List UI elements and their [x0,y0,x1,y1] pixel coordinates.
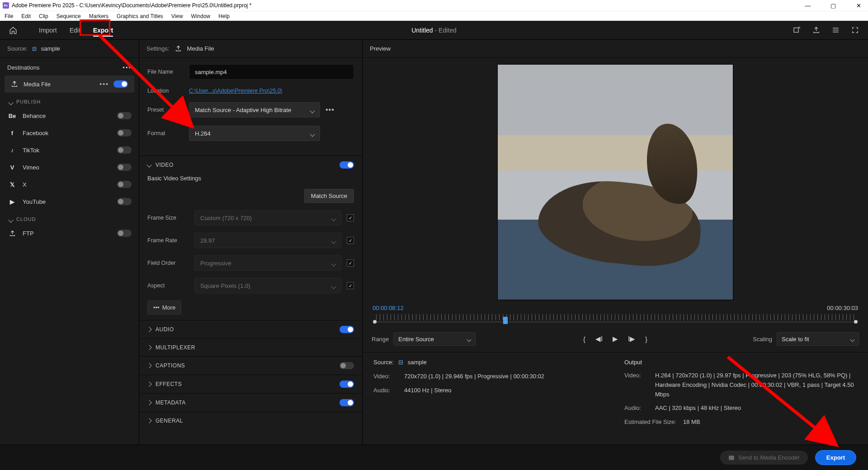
fieldorder-match-checkbox[interactable]: ✓ [347,259,354,267]
export-button[interactable]: Export [815,450,856,465]
app-icon: Pr [3,2,9,9]
captions-accordion-header[interactable]: CAPTIONS [147,362,354,369]
behance-toggle[interactable] [117,112,132,119]
workspace-nav: Import Edit Export Untitled - Edited [0,21,868,40]
filename-input[interactable]: sample.mp4 [189,64,354,80]
minimize-icon[interactable]: — [801,2,815,9]
out-point-handle[interactable] [854,320,858,324]
facebook-toggle[interactable] [117,129,132,136]
destination-media-file[interactable]: Media File ••• [5,75,134,93]
video-toggle[interactable] [340,161,354,169]
menu-edit[interactable]: Edit [21,13,31,19]
destination-tiktok[interactable]: ♪TikTok [0,141,139,159]
general-accordion-header[interactable]: GENERAL [147,418,354,424]
destination-vimeo[interactable]: VVimeo [0,159,139,176]
chevron-right-icon [146,418,151,423]
step-forward-icon[interactable]: Ⅰ▶ [628,335,635,343]
match-source-button[interactable]: Match Source [304,189,354,203]
tiktok-icon: ♪ [7,147,17,154]
publish-section[interactable]: PUBLISH [0,93,139,107]
location-link[interactable]: C:\User...s\Adobe\Premiere Pro\25.0\ [189,88,282,94]
framerate-match-checkbox[interactable]: ✓ [347,237,354,244]
maximize-icon[interactable]: ▢ [826,2,840,9]
destination-youtube[interactable]: ▶YouTube [0,193,139,210]
playhead[interactable] [503,317,508,324]
audio-toggle[interactable] [340,326,354,333]
x-icon: 𝕏 [7,181,17,188]
media-file-toggle[interactable] [113,80,128,88]
step-back-icon[interactable]: ◀Ⅰ [595,335,603,343]
framesize-match-checkbox[interactable]: ✓ [347,214,354,221]
x-toggle[interactable] [117,181,132,188]
current-timecode[interactable]: 00:00:08:12 [373,305,404,311]
framerate-select[interactable]: 29.97 [194,233,341,248]
window-titlebar: Pr Adobe Premiere Pro 2025 - C:\Users\Ke… [0,0,868,11]
destination-behance[interactable]: BeBehance [0,107,139,124]
menu-view[interactable]: View [171,13,183,19]
cloud-section[interactable]: CLOUD [0,210,139,225]
in-point-handle[interactable] [373,320,377,324]
timeline-icon: ⊟ [398,359,403,366]
video-more-button[interactable]: •••More [147,301,181,315]
youtube-toggle[interactable] [117,198,132,205]
fieldorder-select[interactable]: Progressive [194,255,341,271]
upload-icon[interactable] [812,26,820,34]
settings-header: Settings: Media File [139,40,362,58]
timeline-icon: ⊟ [32,46,37,52]
play-icon[interactable]: ▶ [613,335,618,343]
preset-more-icon[interactable]: ••• [326,106,335,114]
framesize-select[interactable]: Custom (720 x 720) [194,210,341,226]
close-icon[interactable]: ✕ [852,2,865,9]
preview-header: Preview [363,40,868,58]
metadata-toggle[interactable] [340,399,354,406]
window-title: Adobe Premiere Pro 2025 - C:\Users\Kevin… [12,2,251,9]
destination-ftp[interactable]: FTP [0,225,139,242]
media-encoder-icon [728,455,735,461]
send-to-media-encoder-button[interactable]: Send to Media Encoder [720,451,808,465]
chevron-right-icon [146,327,151,332]
menu-clip[interactable]: Clip [39,13,48,19]
footer-bar: Send to Media Encoder Export [0,445,868,470]
more-icon[interactable]: ••• [99,80,109,88]
captions-toggle[interactable] [340,362,354,369]
format-select[interactable]: H.264 [189,126,320,141]
tiktok-toggle[interactable] [117,146,132,154]
destination-facebook[interactable]: fFacebook [0,124,139,141]
svg-rect-0 [794,28,798,33]
effects-toggle[interactable] [340,381,354,388]
multiplexer-accordion-header[interactable]: MULTIPLEXER [147,344,354,351]
source-name: sample [41,45,60,52]
preview-canvas[interactable] [497,64,733,300]
workspace-icon[interactable] [832,26,840,34]
effects-accordion-header[interactable]: EFFECTS [147,381,354,388]
menu-window[interactable]: Window [191,13,211,19]
menu-file[interactable]: File [5,13,13,19]
duration-timecode: 00:00:30:03 [827,305,858,311]
video-accordion-header[interactable]: VIDEO [147,161,354,169]
quick-export-icon[interactable] [793,26,801,34]
set-out-icon[interactable]: } [645,335,647,343]
timeline-ruler[interactable] [372,312,859,325]
vimeo-toggle[interactable] [117,164,132,171]
home-icon[interactable] [9,26,17,34]
menu-bar: File Edit Clip Sequence Markers Graphics… [0,11,868,21]
menu-sequence[interactable]: Sequence [57,13,81,19]
menu-graphics[interactable]: Graphics and Titles [117,13,163,19]
ftp-toggle[interactable] [117,230,132,237]
metadata-accordion-header[interactable]: METADATA [147,399,354,406]
destinations-more-icon[interactable]: ••• [123,64,132,71]
range-select[interactable]: Entire Source [393,332,476,346]
audio-accordion-header[interactable]: AUDIO [147,326,354,333]
facebook-icon: f [7,130,17,136]
menu-markers[interactable]: Markers [89,13,108,19]
preset-select[interactable]: Match Source - Adaptive High Bitrate [189,102,320,118]
upload-icon [11,80,18,88]
scaling-select[interactable]: Scale to fit [777,332,859,346]
aspect-select[interactable]: Square Pixels (1.0) [194,278,341,293]
aspect-match-checkbox[interactable]: ✓ [347,282,354,289]
destination-x[interactable]: 𝕏X [0,176,139,193]
tab-import[interactable]: Import [33,22,63,38]
menu-help[interactable]: Help [218,13,230,19]
set-in-icon[interactable]: { [583,335,585,343]
fullscreen-icon[interactable] [851,26,859,34]
